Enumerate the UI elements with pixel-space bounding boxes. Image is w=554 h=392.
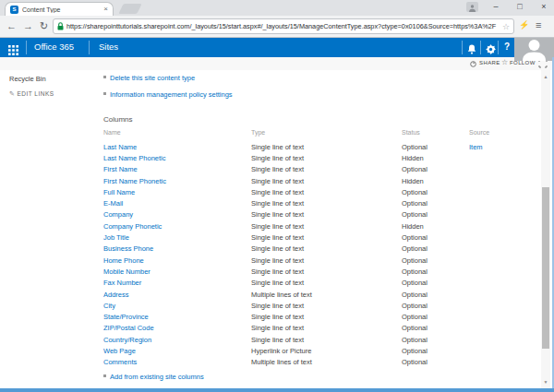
- column-type: Single line of text: [251, 199, 304, 208]
- bullet-icon: [103, 76, 106, 78]
- column-name-link[interactable]: State/Province: [103, 313, 149, 321]
- column-status: Optional: [402, 267, 428, 276]
- column-status: Optional: [402, 313, 428, 321]
- help-icon[interactable]: ?: [504, 42, 510, 52]
- office365-brand-link[interactable]: Office 365: [34, 42, 74, 52]
- header-type: Type: [251, 129, 402, 141]
- column-name-link[interactable]: Company Phonetic: [103, 222, 162, 231]
- column-name-link[interactable]: Country/Region: [103, 336, 151, 344]
- settings-gear-icon[interactable]: [486, 42, 496, 58]
- follow-star-icon[interactable]: ☆: [501, 58, 509, 66]
- column-type: Multiple lines of text: [251, 291, 312, 299]
- scroll-up-icon[interactable]: ▲: [541, 73, 550, 80]
- column-name-link[interactable]: E-Mail: [103, 199, 123, 208]
- vertical-scrollbar[interactable]: ▲ ▼: [541, 70, 550, 388]
- table-row: Company PhoneticSingle line of textHidde…: [103, 220, 523, 232]
- table-row: AddressMultiple lines of textOptional: [103, 289, 523, 300]
- column-status: Optional: [402, 324, 428, 332]
- table-row: Country/RegionSingle line of textOptiona…: [103, 334, 523, 345]
- column-status: Optional: [402, 143, 428, 151]
- header-source: Source: [469, 129, 523, 141]
- bullet-icon: [103, 92, 106, 95]
- column-status: Optional: [402, 256, 428, 265]
- sharepoint-favicon-icon: S: [10, 6, 18, 14]
- table-row: Fax NumberSingle line of textOptional: [103, 278, 523, 289]
- table-row: CompanySingle line of textOptional: [103, 209, 523, 220]
- new-tab-button[interactable]: [118, 4, 141, 14]
- column-name-link[interactable]: Last Name Phonetic: [103, 154, 166, 162]
- extension-icon[interactable]: ⚡: [519, 20, 529, 30]
- table-row: Full NameSingle line of textOptional: [103, 186, 523, 197]
- bookmark-star-icon[interactable]: ☆: [502, 22, 510, 31]
- column-type: Single line of text: [251, 313, 304, 321]
- column-name-link[interactable]: Company: [103, 210, 133, 219]
- add-existing-columns-link[interactable]: Add from existing site columns: [110, 373, 204, 381]
- column-name-link[interactable]: First Name: [103, 165, 138, 173]
- column-type: Single line of text: [251, 222, 304, 231]
- column-status: Hidden: [402, 222, 424, 231]
- suitebar-divider: [462, 41, 463, 54]
- url-text: https://sharepointtutorials.sharepoint.c…: [66, 22, 500, 30]
- information-policy-link[interactable]: Information management policy settings: [110, 90, 233, 99]
- column-status: Optional: [402, 233, 428, 242]
- scrollbar-thumb[interactable]: [542, 187, 549, 349]
- column-name-link[interactable]: City: [103, 302, 115, 310]
- column-name-link[interactable]: Last Name: [103, 143, 137, 151]
- column-name-link[interactable]: First Name Phonetic: [103, 177, 166, 185]
- columns-table-header: Name Type Status Source: [103, 129, 523, 141]
- forward-icon[interactable]: →: [23, 18, 33, 33]
- column-status: Optional: [402, 291, 428, 299]
- table-row: Business PhoneSingle line of textOptiona…: [103, 244, 523, 255]
- padlock-icon: [57, 22, 64, 30]
- sites-link[interactable]: Sites: [99, 42, 118, 52]
- column-name-link[interactable]: Job Title: [103, 233, 129, 242]
- column-name-link[interactable]: Comments: [103, 358, 137, 366]
- column-type: Single line of text: [251, 324, 304, 332]
- user-avatar[interactable]: [514, 38, 554, 61]
- back-icon[interactable]: ←: [6, 18, 17, 33]
- column-name-link[interactable]: ZIP/Postal Code: [103, 324, 154, 332]
- browser-toolbar: ← → ↻ https://sharepointtutorials.sharep…: [0, 16, 554, 38]
- column-name-link[interactable]: Full Name: [103, 188, 135, 196]
- window-border: [0, 388, 554, 392]
- column-name-link[interactable]: Fax Number: [103, 279, 141, 287]
- notifications-bell-icon[interactable]: [467, 42, 476, 58]
- column-status: Optional: [402, 358, 428, 366]
- column-name-link[interactable]: Mobile Number: [103, 267, 151, 276]
- share-icon[interactable]: [470, 61, 476, 67]
- tab-close-icon[interactable]: ×: [103, 6, 108, 13]
- scroll-down-icon[interactable]: ▼: [541, 378, 550, 386]
- table-row: Last NameSingle line of textOptionalItem: [103, 141, 523, 152]
- browser-profile-icon[interactable]: [466, 2, 478, 12]
- window-maximize-button[interactable]: □: [513, 1, 526, 13]
- column-type: Single line of text: [251, 267, 304, 276]
- sidebar-item-recycle-bin[interactable]: Recycle Bin: [9, 75, 46, 83]
- table-row: Web PageHyperlink or PictureOptional: [103, 345, 523, 356]
- table-row: Job TitleSingle line of textOptional: [103, 232, 523, 243]
- address-bar[interactable]: https://sharepointtutorials.sharepoint.c…: [53, 18, 514, 34]
- table-row: Last Name PhoneticSingle line of textHid…: [103, 152, 523, 163]
- column-type: Single line of text: [251, 233, 304, 242]
- browser-tab[interactable]: S Content Type ×: [5, 2, 114, 16]
- column-source-link[interactable]: Item: [469, 143, 483, 151]
- column-name-link[interactable]: Home Phone: [103, 256, 144, 265]
- column-status: Optional: [402, 279, 428, 287]
- delete-content-type-link[interactable]: Delete this site content type: [110, 74, 195, 82]
- browser-menu-icon[interactable]: ≡: [536, 19, 541, 30]
- columns-section: Columns Name Type Status Source Last Nam…: [103, 115, 523, 381]
- column-type: Single line of text: [251, 256, 304, 265]
- share-button[interactable]: SHARE: [479, 60, 500, 65]
- column-name-link[interactable]: Business Phone: [103, 244, 153, 253]
- pencil-icon: ✎: [9, 90, 15, 97]
- reload-icon[interactable]: ↻: [40, 18, 48, 33]
- column-name-link[interactable]: Address: [103, 291, 129, 299]
- table-row: CommentsMultiple lines of textOptional: [103, 357, 523, 368]
- left-nav: Recycle Bin ✎EDIT LINKS: [0, 70, 89, 388]
- column-status: Optional: [402, 210, 428, 219]
- columns-table-rows: Last NameSingle line of textOptionalItem…: [103, 141, 523, 368]
- edit-links-button[interactable]: ✎EDIT LINKS: [9, 90, 54, 98]
- column-name-link[interactable]: Web Page: [103, 347, 136, 355]
- window-close-button[interactable]: ×: [537, 1, 550, 13]
- window-minimize-button[interactable]: –: [489, 1, 502, 13]
- table-row: First NameSingle line of textOptional: [103, 164, 523, 175]
